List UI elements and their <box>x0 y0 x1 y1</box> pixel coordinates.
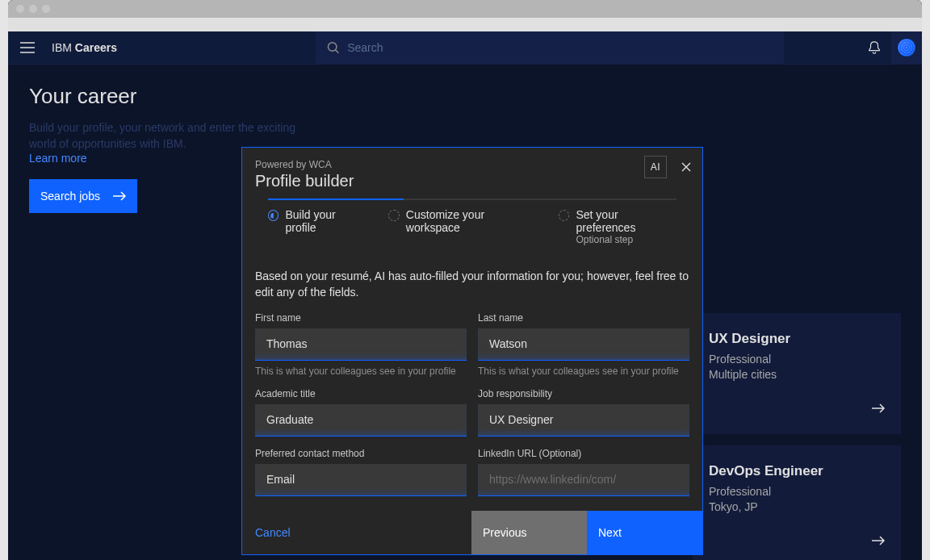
arrow-right-icon <box>113 191 126 201</box>
step-label: Customize your workspace <box>406 208 536 234</box>
next-button[interactable]: Next <box>587 511 702 554</box>
profile-button[interactable] <box>891 31 922 65</box>
arrow-right-icon <box>872 403 885 413</box>
search-jobs-button[interactable]: Search jobs <box>29 179 137 213</box>
modal-footer: Cancel Previous Next <box>242 511 702 554</box>
ai-badge: AI <box>644 156 667 178</box>
brand: IBM Careers <box>47 41 117 54</box>
job-card-line2: Multiple cities <box>709 368 777 381</box>
powered-by-label: Powered by WCA <box>255 159 689 170</box>
first-name-input[interactable] <box>255 328 467 361</box>
step-build-profile[interactable]: Build your profile <box>268 208 366 245</box>
academic-title-input[interactable] <box>255 404 467 437</box>
bell-icon <box>867 40 882 55</box>
first-name-label: First name <box>255 312 467 324</box>
modal-title: Profile builder <box>255 172 689 190</box>
brand-light: IBM <box>52 41 75 54</box>
academic-title-label: Academic title <box>255 388 467 399</box>
job-card-devops[interactable]: DevOps Engineer ProfessionalTokyo, JP <box>693 445 901 560</box>
cancel-button[interactable]: Cancel <box>242 511 471 554</box>
job-card-line1: Professional <box>709 353 771 366</box>
window-chrome-strip <box>8 18 922 31</box>
search-input[interactable] <box>347 41 773 54</box>
page-title: Your career <box>29 84 901 109</box>
close-icon <box>681 162 691 172</box>
window-titlebar <box>8 0 922 18</box>
search-icon <box>327 41 339 54</box>
first-name-helper: This is what your colleagues see in your… <box>255 366 467 377</box>
brand-bold: Careers <box>75 41 117 54</box>
job-card-ux-designer[interactable]: UX Designer ProfessionalMultiple cities <box>693 313 901 434</box>
step-customize-workspace[interactable]: Customize your workspace <box>388 208 536 245</box>
arrow-right-icon <box>872 536 885 545</box>
step-set-preferences[interactable]: Set your preferences Optional step <box>559 208 677 245</box>
search-jobs-label: Search jobs <box>40 190 100 203</box>
traffic-light-min[interactable] <box>29 5 37 13</box>
notifications-button[interactable] <box>857 31 891 65</box>
step-indicator-icon <box>268 210 279 221</box>
modal-intro-text: Based on your resumé, AI has auto-filled… <box>255 268 689 301</box>
job-card-title: DevOps Engineer <box>709 463 885 479</box>
linkedin-input[interactable] <box>478 464 689 496</box>
progress-bar <box>268 199 677 200</box>
step-indicator-icon <box>559 210 570 221</box>
job-card-line2: Tokyo, JP <box>709 500 758 513</box>
hamburger-icon <box>20 42 35 53</box>
step-optional-label: Optional step <box>576 234 677 245</box>
last-name-label: Last name <box>478 312 689 324</box>
traffic-light-max[interactable] <box>42 5 50 13</box>
step-indicator-icon <box>388 210 400 221</box>
step-label: Set your preferences <box>576 208 677 234</box>
job-card-line1: Professional <box>709 485 771 498</box>
last-name-input[interactable] <box>478 328 689 361</box>
job-card-title: UX Designer <box>709 331 885 347</box>
profile-builder-modal: Powered by WCA Profile builder AI Build … <box>241 147 703 555</box>
job-responsibility-input[interactable] <box>478 404 689 437</box>
cancel-label: Cancel <box>255 526 291 539</box>
top-nav: IBM Careers <box>8 31 922 65</box>
svg-point-0 <box>328 43 336 51</box>
avatar-icon <box>898 39 915 56</box>
close-button[interactable] <box>678 159 694 175</box>
last-name-helper: This is what your colleagues see in your… <box>478 366 689 377</box>
linkedin-label: LinkedIn URL (Optional) <box>478 448 689 459</box>
contact-method-label: Preferred contact method <box>255 448 467 459</box>
previous-button[interactable]: Previous <box>471 511 587 554</box>
job-responsibility-label: Job responsibility <box>478 388 689 399</box>
step-label: Build your profile <box>285 208 366 234</box>
menu-button[interactable] <box>8 42 47 53</box>
contact-method-input[interactable] <box>255 464 467 496</box>
search-bar[interactable] <box>316 31 784 65</box>
traffic-light-close[interactable] <box>16 5 24 13</box>
